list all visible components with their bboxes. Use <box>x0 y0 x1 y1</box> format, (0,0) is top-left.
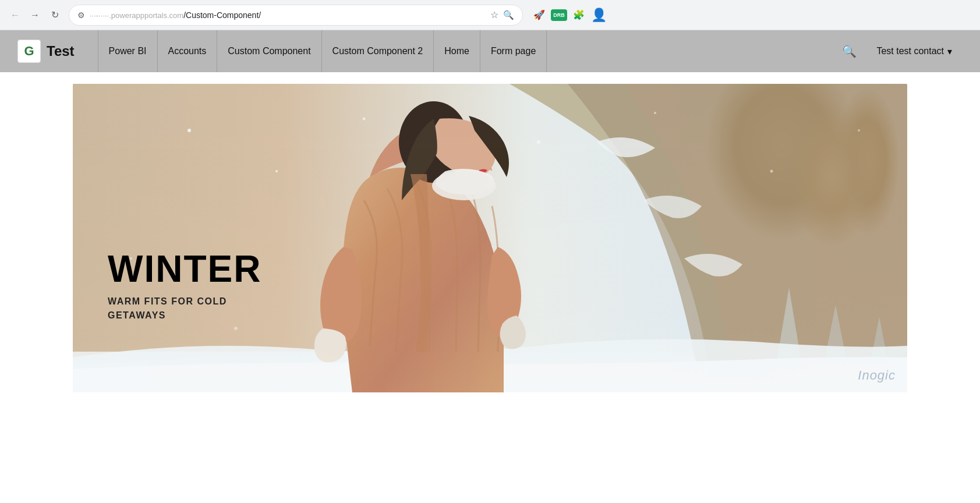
site-navigation: G Test Power BI Accounts Custom Componen… <box>0 30 980 72</box>
back-icon: ← <box>10 10 20 20</box>
forward-button[interactable]: → <box>27 7 43 23</box>
chevron-down-icon: ▾ <box>947 46 952 57</box>
browser-extensions: 🚀 DRB 🧩 👤 <box>531 7 607 23</box>
browser-chrome: ← → ↻ ⚙ ···-·····.powerappportals.com/Cu… <box>0 0 980 30</box>
hero-container: WINTER WARM FITS FOR COLD GETAWAYS Inogi… <box>0 72 980 392</box>
profile-icon[interactable]: 👤 <box>590 7 607 23</box>
nav-item-custom-component-2[interactable]: Custom Component 2 <box>322 30 434 72</box>
nav-item-form-page[interactable]: Form page <box>480 30 547 72</box>
hero-banner: WINTER WARM FITS FOR COLD GETAWAYS Inogi… <box>73 84 907 392</box>
search-icon[interactable]: 🔍 <box>503 10 514 20</box>
svg-point-3 <box>187 129 191 132</box>
site-title: Test <box>47 43 75 59</box>
logo-icon-box: G <box>17 40 41 63</box>
logo-letter: G <box>24 44 34 59</box>
watermark: Inogic <box>858 368 896 383</box>
svg-point-10 <box>858 129 860 132</box>
nav-item-power-bi[interactable]: Power BI <box>98 30 158 72</box>
hero-subtitle-line1: WARM FITS FOR COLD <box>108 295 261 309</box>
hero-title: WINTER <box>108 250 261 288</box>
svg-point-14 <box>234 327 238 330</box>
url-text: ···-·····.powerappportals.com/Custom-Com… <box>90 10 486 20</box>
back-button[interactable]: ← <box>7 7 23 23</box>
refresh-button[interactable]: ↻ <box>47 7 63 23</box>
rocket-extension-icon[interactable]: 🚀 <box>531 7 547 23</box>
options-icon: ⚙ <box>77 10 85 20</box>
nav-buttons: ← → ↻ <box>7 7 63 23</box>
svg-point-8 <box>654 112 656 114</box>
nav-item-home[interactable]: Home <box>434 30 480 72</box>
svg-point-9 <box>770 170 773 173</box>
nav-item-accounts[interactable]: Accounts <box>158 30 218 72</box>
svg-point-16 <box>432 171 496 200</box>
hero-text: WINTER WARM FITS FOR COLD GETAWAYS <box>108 250 261 323</box>
hero-subtitle-line2: GETAWAYS <box>108 309 261 323</box>
refresh-icon: ↻ <box>51 9 59 20</box>
nav-search-icon[interactable]: 🔍 <box>833 30 866 72</box>
drb-extension-icon[interactable]: DRB <box>551 9 567 21</box>
background-scene-svg <box>73 84 907 392</box>
bookmark-icon[interactable]: ☆ <box>490 9 498 20</box>
nav-contact-dropdown[interactable]: Test test contact ▾ <box>866 30 963 72</box>
svg-point-4 <box>275 170 278 172</box>
puzzle-extension-icon[interactable]: 🧩 <box>571 7 587 23</box>
nav-item-custom-component[interactable]: Custom Component <box>217 30 321 72</box>
address-bar[interactable]: ⚙ ···-·····.powerappportals.com/Custom-C… <box>69 5 523 26</box>
forward-icon: → <box>30 10 40 20</box>
contact-label: Test test contact <box>876 46 944 56</box>
site-logo[interactable]: G Test <box>17 40 75 63</box>
svg-point-7 <box>537 140 540 144</box>
nav-links: Power BI Accounts Custom Component Custo… <box>98 30 833 72</box>
svg-point-5 <box>363 118 366 121</box>
